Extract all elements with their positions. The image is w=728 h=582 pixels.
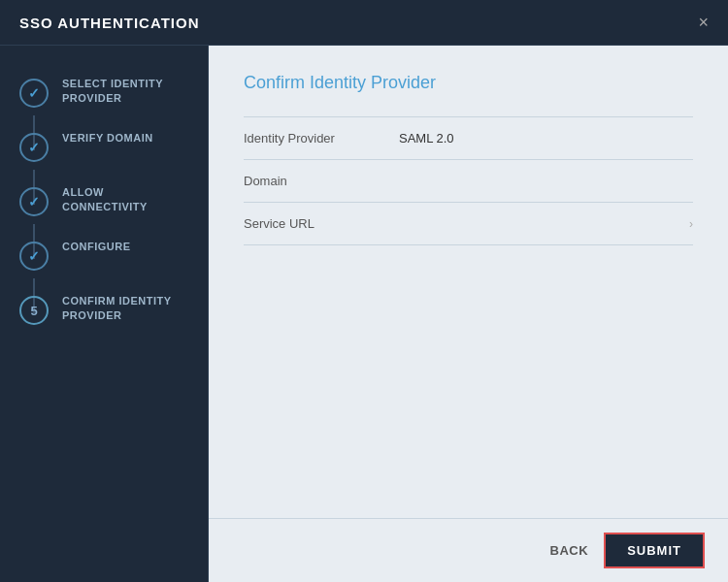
step-label-4: CONFIGURE <box>62 240 131 254</box>
sidebar: ✓SELECT IDENTITY PROVIDER✓VERIFY DOMAIN✓… <box>0 46 209 582</box>
checkmark-icon-3: ✓ <box>28 194 40 210</box>
step-circle-4: ✓ <box>19 242 49 271</box>
step-label-5: CONFIRM IDENTITY PROVIDER <box>62 294 188 324</box>
step-label-3: ALLOW CONNECTIVITY <box>62 185 188 215</box>
checkmark-icon-2: ✓ <box>28 140 40 155</box>
form-fields: Identity ProviderSAML 2.0DomainService U… <box>244 116 693 245</box>
section-title: Confirm Identity Provider <box>244 73 693 93</box>
step-circle-5: 5 <box>19 296 49 325</box>
content-area: Confirm Identity Provider Identity Provi… <box>209 46 728 518</box>
sidebar-step-1[interactable]: ✓SELECT IDENTITY PROVIDER <box>0 65 208 119</box>
close-button[interactable]: × <box>698 14 709 31</box>
form-value-0: SAML 2.0 <box>399 131 693 146</box>
sidebar-step-2[interactable]: ✓VERIFY DOMAIN <box>0 119 208 174</box>
form-row-0: Identity ProviderSAML 2.0 <box>244 116 693 160</box>
form-row-2: Service URL› <box>244 203 693 245</box>
step-circle-3: ✓ <box>19 187 49 216</box>
sidebar-step-4[interactable]: ✓CONFIGURE <box>0 228 208 282</box>
step-circle-2: ✓ <box>19 133 49 162</box>
checkmark-icon-1: ✓ <box>28 85 40 101</box>
step-label-2: VERIFY DOMAIN <box>62 131 153 146</box>
submit-button[interactable]: SUBMIT <box>604 533 705 568</box>
back-button[interactable]: BACK <box>550 543 589 558</box>
modal-body: ✓SELECT IDENTITY PROVIDER✓VERIFY DOMAIN✓… <box>0 46 728 582</box>
sidebar-step-5[interactable]: 5CONFIRM IDENTITY PROVIDER <box>0 282 208 337</box>
sso-authentication-modal: SSO AUTHENTICATION × ✓SELECT IDENTITY PR… <box>0 0 728 582</box>
modal-title: SSO AUTHENTICATION <box>19 15 200 31</box>
main-content: Confirm Identity Provider Identity Provi… <box>209 46 728 582</box>
step-circle-1: ✓ <box>19 79 49 108</box>
form-label-0: Identity Provider <box>244 131 399 146</box>
sidebar-step-3[interactable]: ✓ALLOW CONNECTIVITY <box>0 174 208 228</box>
chevron-icon: › <box>689 217 693 231</box>
modal-footer: BACK SUBMIT <box>209 518 728 582</box>
form-label-2: Service URL <box>244 216 399 231</box>
form-label-1: Domain <box>244 174 399 188</box>
step-number-5: 5 <box>30 304 37 318</box>
step-label-1: SELECT IDENTITY PROVIDER <box>62 77 188 107</box>
checkmark-icon-4: ✓ <box>28 248 40 264</box>
form-row-1: Domain <box>244 160 693 203</box>
modal-header: SSO AUTHENTICATION × <box>0 0 728 46</box>
